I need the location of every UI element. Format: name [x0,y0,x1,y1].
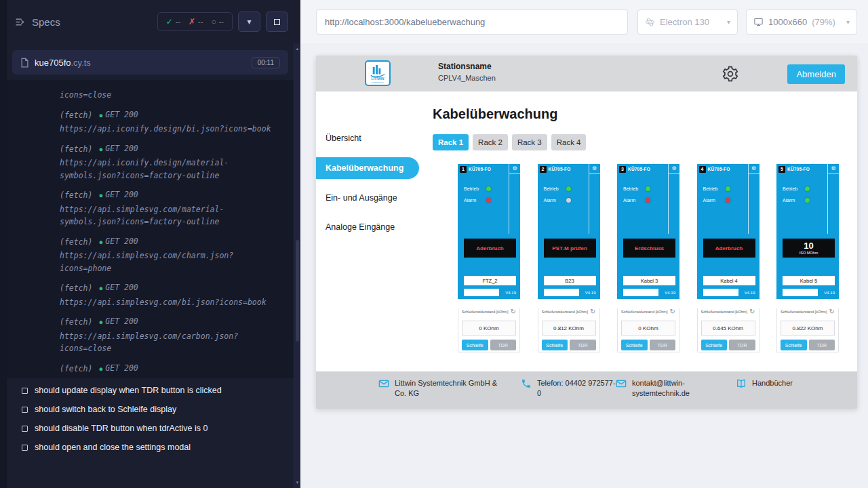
measurement-value: 0.645 KOhm [701,321,755,336]
scroll-down-icon[interactable]: ▼ [294,481,300,485]
device-model: KÜ705-FO [628,167,650,171]
settings-gear-icon[interactable] [722,65,739,83]
betrieb-led [726,186,730,191]
panel-right-column [748,174,760,234]
firmware-version: V4.19 [824,291,835,295]
scrollbar-thumb[interactable] [296,240,299,342]
log-entry[interactable]: (fetch)●GET 200 https://api.simplesvg.co… [60,188,283,228]
schleife-button[interactable]: Schleife [621,340,648,350]
tab-rack-4[interactable]: Rack 4 [551,134,587,150]
panel-right-column [589,174,600,234]
measurement-value: 0.812 KOhm [542,321,596,336]
device-settings-button[interactable]: ⚙ [509,164,520,174]
refresh-icon[interactable]: ↻ [670,308,675,315]
test-title[interactable]: should switch back to Schleife display [7,400,294,419]
sidebar-item-uebersicht[interactable]: Übersicht [316,128,433,148]
stop-button[interactable] [266,12,288,32]
device-settings-button[interactable]: ⚙ [748,164,760,174]
specs-label[interactable]: Specs [32,16,60,28]
fetch-tag: (fetch) [60,363,92,375]
viewport-size-select[interactable]: 1000x660 (79%) ▾ [746,9,857,35]
tdr-button[interactable]: TDR [650,340,676,350]
runner-edge-strip [0,0,7,488]
book-icon [736,378,747,389]
device-panel: 5 KÜ705-FO ⚙ Betrieb Alarm [776,164,839,299]
stop-icon [274,19,280,25]
log-entry[interactable]: (fetch)●GET 200 https://api.iconify.desi… [60,142,283,182]
test-title[interactable]: should update display when TDR button is… [7,381,294,400]
alarm-label: Alarm [783,198,800,203]
gear-icon: ⚙ [751,166,756,171]
spec-timer: 00:11 [252,57,280,68]
sidebar-item-ein-und-ausgaenge[interactable]: Ein- und Ausgänge [316,188,433,208]
mini-display [703,289,738,296]
sidebar-item-analoge-eingaenge[interactable]: Analoge Eingänge [316,217,433,237]
runner-scrollbar[interactable]: ▲ ▼ [294,43,300,488]
log-entry[interactable]: (fetch)●GET 200 https://api.simplesvg.co… [60,235,283,275]
panel-right-column [827,174,839,234]
alarm-label: Alarm [623,198,641,203]
schleife-button[interactable]: Schleife [701,340,728,350]
status-dot-icon: ● [99,146,102,152]
device-number-badge: 1 [460,166,467,173]
log-entry[interactable]: (fetch)●GET 200 https://api.simplesvg.co… [60,315,283,355]
browser-select[interactable]: Electron 130 ▾ [637,9,738,35]
chevron-down-icon: ▾ [727,18,730,26]
sidebar-item-kabelueberwachung[interactable]: Kabelüberwachung [316,157,419,179]
refresh-icon[interactable]: ↻ [829,308,835,315]
test-state-icon [22,388,28,394]
tdr-button[interactable]: TDR [729,340,755,350]
url-input[interactable] [316,9,628,35]
measurement-value: 0 KOhm [621,321,675,336]
log-entry[interactable]: (fetch)●GET 200 https://api.iconify.desi… [60,108,283,136]
spec-file-bar[interactable]: kue705fo .cy.ts 00:11 [12,50,288,75]
specs-list-icon[interactable] [15,16,26,28]
tab-rack-3[interactable]: Rack 3 [512,134,547,150]
request-url: https://api.simplesvg.com/material-symbo… [60,203,283,228]
status-display: PST-M prüfen [544,239,596,258]
tab-rack-2[interactable]: Rack 2 [473,134,508,150]
chevron-down-icon: ▾ [846,18,850,26]
test-title[interactable]: should open and close the settings modal [7,438,294,457]
measurement-label: Schleifenwiderstand [kOhm] [701,310,750,314]
footer-manuals-link[interactable]: Handbücher [736,378,793,389]
tdr-button[interactable]: TDR [490,340,517,350]
tdr-button[interactable]: TDR [809,340,835,350]
schleife-button[interactable]: Schleife [462,340,488,350]
schleife-button[interactable]: Schleife [542,340,568,350]
tdr-button[interactable]: TDR [570,340,596,350]
log-entry[interactable]: (fetch)●GET 200 https://api.simplesvg.co… [60,281,283,308]
status-dot-icon: ● [99,192,102,199]
device-card: 5 KÜ705-FO ⚙ Betrieb Alarm [776,164,839,352]
schleife-button[interactable]: Schleife [781,340,807,350]
logout-button[interactable]: Abmelden [787,64,845,84]
mail-icon [378,378,389,389]
status-text: Erdschluss [635,245,664,251]
device-card: 1 KÜ705-FO ⚙ Betrieb Alarm [458,164,520,352]
logo-subtext: SYSTEMTECHNIK [372,81,384,83]
test-title[interactable]: should disable TDR button when tdrActive… [7,419,294,438]
refresh-icon[interactable]: ↻ [590,308,595,315]
log-entry[interactable]: (fetch)●GET 200 https://api.simplesvg.co… [60,362,283,379]
collapse-button[interactable]: ▾ [238,12,260,32]
status-text: ●GET 200 [99,235,138,249]
device-model: KÜ705-FO [787,167,810,171]
request-url: https://api.simplesvg.com/mdi.json?icons… [60,376,283,378]
device-settings-button[interactable]: ⚙ [589,164,600,174]
measurement-label: Schleifenwiderstand [kOhm] [542,310,591,314]
logo-text: LITTWIN [372,77,384,81]
betrieb-led [646,186,650,191]
refresh-icon[interactable]: ↻ [511,308,516,315]
refresh-icon[interactable]: ↻ [749,308,755,315]
footer-phone: Telefon: 04402 972577-0 [521,378,617,399]
status-display: 10 ISO MOhm [783,239,835,258]
scroll-up-icon[interactable]: ▲ [294,47,300,51]
betrieb-label: Betrieb [783,186,800,191]
alarm-led [805,198,810,203]
device-settings-button[interactable]: ⚙ [827,164,839,174]
device-settings-button[interactable]: ⚙ [668,164,679,174]
footer-email[interactable]: kontakt@littwin-systemtechnik.de [616,378,704,399]
status-dot-icon: ● [99,285,102,291]
measurement-value: 0.822 KOhm [781,321,835,336]
tab-rack-1[interactable]: Rack 1 [433,134,469,150]
